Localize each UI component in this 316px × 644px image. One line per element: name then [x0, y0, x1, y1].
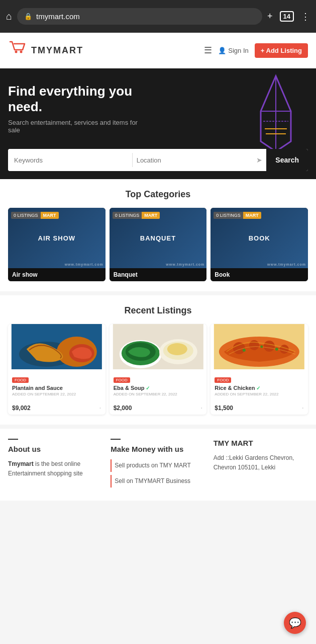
- hero-title: Find everything you need.: [8, 84, 159, 115]
- listings-grid: FOOD Plantain and Sauce ADDED ON SEPTEMB…: [8, 324, 308, 415]
- hero-section: Find everything you need. Search enterta…: [0, 68, 316, 149]
- top-categories-section: Top Categories 0 LISTINGS MART AIR SHOW …: [0, 179, 316, 291]
- category-badge-airshow: 0 LISTINGS MART: [11, 212, 59, 219]
- search-button[interactable]: Search: [266, 149, 308, 171]
- category-card-banquet[interactable]: 0 LISTINGS MART BANQUET www.tmymart.com …: [110, 208, 207, 281]
- site-header: TMYMART ☰ 👤 Sign In + Add Listing: [0, 33, 316, 68]
- listing-footer-2: $1,500 ·: [210, 401, 308, 415]
- footer-contact-title: TMY MART: [214, 439, 308, 447]
- listing-image-0: [8, 324, 106, 369]
- footer-about-text: Tmymart is the best online Entertainment…: [8, 459, 102, 478]
- listing-dot-2: ·: [302, 404, 304, 413]
- category-image-banquet: 0 LISTINGS MART BANQUET www.tmymart.com: [110, 208, 207, 268]
- svg-point-21: [264, 341, 275, 352]
- person-icon: 👤: [218, 47, 226, 54]
- listing-name-2: Rice & Chicken ✓: [215, 385, 304, 391]
- svg-point-25: [275, 348, 278, 351]
- search-bar: ➤ Search: [8, 149, 308, 171]
- add-listing-button[interactable]: + Add Listing: [255, 43, 308, 58]
- footer-about-divider: [8, 439, 18, 440]
- category-label-banquet: Banquet: [110, 268, 207, 281]
- categories-grid: 0 LISTINGS MART AIR SHOW www.tmymart.com…: [8, 208, 308, 281]
- recent-listings-section: Recent Listings FOOD Plantain and Sauce …: [0, 295, 316, 425]
- svg-point-1: [20, 51, 23, 53]
- listing-footer-0: $9,002 ·: [8, 401, 106, 415]
- search-bar-container: ➤ Search: [0, 149, 316, 179]
- home-icon[interactable]: ⌂: [6, 11, 12, 22]
- footer-make-money-divider: [111, 439, 121, 440]
- keywords-input[interactable]: [8, 149, 132, 171]
- browser-actions: + 14 ⋮: [267, 11, 310, 22]
- url-bar[interactable]: 🔒 tmymart.com: [17, 8, 262, 25]
- listing-tag-2: FOOD: [215, 377, 231, 383]
- category-image-book: 0 LISTINGS MART BOOK www.tmymart.com: [210, 208, 308, 268]
- listing-footer-1: $2,000 ·: [110, 401, 207, 415]
- footer-about-title: About us: [8, 445, 102, 453]
- listing-dot-0: ·: [99, 404, 101, 413]
- sign-in-button[interactable]: 👤 Sign In: [218, 47, 248, 54]
- footer-area: About us Tmymart is the best online Ente…: [0, 429, 316, 501]
- listing-body-0: FOOD Plantain and Sauce ADDED ON SEPTEMB…: [8, 371, 106, 401]
- svg-point-24: [261, 346, 263, 348]
- category-label-book: Book: [210, 268, 308, 281]
- svg-point-16: [167, 343, 187, 355]
- more-icon[interactable]: ⋮: [301, 11, 310, 22]
- listing-name-1: Eba & Soup ✓: [114, 385, 203, 391]
- footer-make-money-item-1[interactable]: Sell on TMYMART Business: [111, 475, 205, 488]
- listing-dot-1: ·: [200, 404, 202, 413]
- footer-make-money: Make Money with us Sell products on TMY …: [111, 439, 205, 491]
- category-badge-banquet: 0 LISTINGS MART: [113, 212, 160, 219]
- listing-date-1: ADDED ON SEPTEMBER 22, 2022: [114, 392, 203, 396]
- category-image-airshow: 0 LISTINGS MART AIR SHOW www.tmymart.com: [8, 208, 106, 268]
- svg-point-0: [15, 51, 18, 53]
- listing-name-0: Plantain and Sauce: [12, 385, 101, 391]
- location-input[interactable]: [133, 149, 253, 171]
- logo-area[interactable]: TMYMART: [8, 39, 83, 62]
- tab-count[interactable]: 14: [280, 11, 294, 22]
- listing-image-2: [210, 324, 308, 369]
- footer-make-money-title: Make Money with us: [111, 445, 205, 453]
- listing-body-2: FOOD Rice & Chicken ✓ ADDED ON SEPTEMBER…: [210, 371, 308, 401]
- listing-card-0[interactable]: FOOD Plantain and Sauce ADDED ON SEPTEMB…: [8, 324, 106, 415]
- listing-verified-2: ✓: [256, 385, 260, 391]
- svg-point-20: [249, 340, 259, 350]
- url-text: tmymart.com: [36, 12, 80, 21]
- listing-image-1: [110, 324, 207, 369]
- listing-card-1[interactable]: FOOD Eba & Soup ✓ ADDED ON SEPTEMBER 22,…: [110, 324, 207, 415]
- listing-price-1: $2,000: [114, 405, 132, 412]
- listing-date-2: ADDED ON SEPTEMBER 22, 2022: [215, 392, 304, 396]
- category-label-airshow: Air show: [8, 268, 106, 281]
- listing-price-0: $9,002: [12, 405, 31, 412]
- category-card-book[interactable]: 0 LISTINGS MART BOOK www.tmymart.com Boo…: [210, 208, 308, 281]
- listing-date-0: ADDED ON SEPTEMBER 22, 2022: [12, 392, 101, 396]
- hero-decoration: [246, 71, 306, 149]
- add-tab-icon[interactable]: +: [267, 11, 273, 22]
- listing-price-2: $1,500: [215, 405, 233, 412]
- footer-about: About us Tmymart is the best online Ente…: [8, 439, 102, 491]
- footer-contact: TMY MART Add ::Lekki Gardens Chevron, Ch…: [214, 439, 308, 491]
- listing-tag-1: FOOD: [114, 377, 130, 383]
- recent-listings-title: Recent Listings: [8, 305, 308, 316]
- svg-point-23: [243, 349, 246, 352]
- category-card-airshow[interactable]: 0 LISTINGS MART AIR SHOW www.tmymart.com…: [8, 208, 106, 281]
- header-right: ☰ 👤 Sign In + Add Listing: [204, 43, 308, 58]
- top-categories-title: Top Categories: [8, 189, 308, 200]
- location-arrow-icon: ➤: [252, 149, 266, 171]
- footer-make-money-item-0[interactable]: Sell products on TMY MART: [111, 459, 205, 472]
- browser-chrome: ⌂ 🔒 tmymart.com + 14 ⋮: [0, 0, 316, 33]
- category-badge-book: 0 LISTINGS MART: [214, 212, 261, 219]
- logo-text: TMYMART: [31, 45, 83, 56]
- hero-subtitle: Search entertainment, services and items…: [8, 119, 149, 134]
- logo-cart-icon: [8, 39, 27, 62]
- listing-tag-0: FOOD: [12, 377, 29, 383]
- listing-body-1: FOOD Eba & Soup ✓ ADDED ON SEPTEMBER 22,…: [110, 371, 207, 401]
- listing-verified-1: ✓: [146, 385, 150, 391]
- lock-icon: 🔒: [24, 13, 32, 20]
- footer-contact-address: Add ::Lekki Gardens Chevron, Chevron 105…: [214, 453, 308, 472]
- listing-card-2[interactable]: FOOD Rice & Chicken ✓ ADDED ON SEPTEMBER…: [210, 324, 308, 415]
- hamburger-icon[interactable]: ☰: [204, 45, 212, 56]
